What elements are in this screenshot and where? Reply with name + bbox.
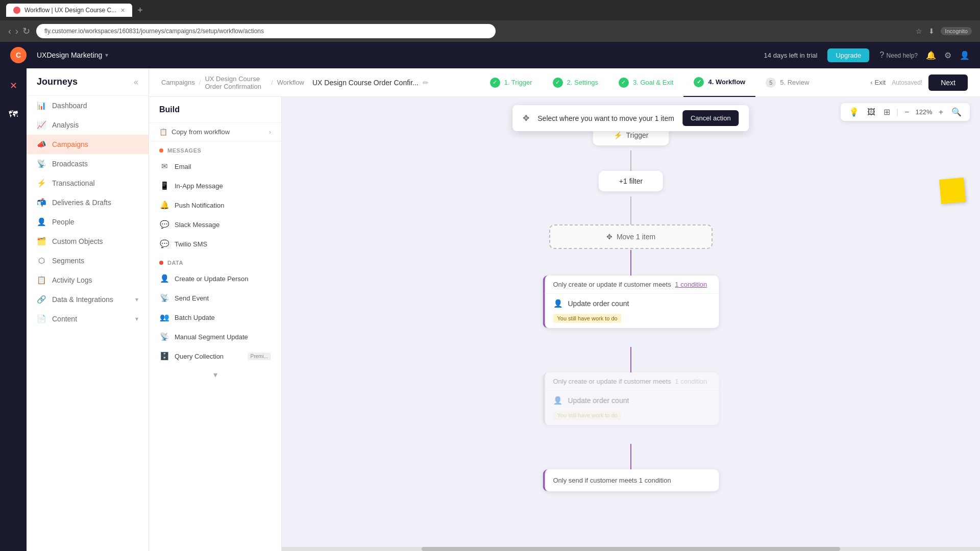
sidebar-item-label: Campaigns xyxy=(52,140,88,148)
bookmark-icon[interactable]: ☆ xyxy=(916,27,922,35)
build-item-query-collection[interactable]: 🗄️ Query Collection Premi... xyxy=(149,346,281,366)
build-item-batch-update[interactable]: 👥 Batch Update xyxy=(149,308,281,327)
sidebar-item-campaigns[interactable]: 📣 Campaigns xyxy=(27,135,149,154)
build-item-create-update[interactable]: 👤 Create or Update Person xyxy=(149,269,281,288)
move-item-node[interactable]: ✥ Move 1 item xyxy=(549,224,713,249)
address-bar: ‹ › ↻ fly.customer.io/workspaces/160831/… xyxy=(0,20,980,42)
close-icon[interactable]: ✕ xyxy=(4,77,22,95)
sidebar-item-people[interactable]: 👤 People xyxy=(27,212,149,232)
build-item-send-event[interactable]: 📡 Send Event xyxy=(149,288,281,308)
active-card-condition-link[interactable]: 1 condition xyxy=(675,281,707,288)
settings-icon[interactable]: ⚙ xyxy=(944,51,951,60)
build-item-manual-segment[interactable]: 📡 Manual Segment Update xyxy=(149,327,281,346)
sidebar-item-custom-objects[interactable]: 🗂️ Custom Objects xyxy=(27,232,149,251)
step-check-trigger: ✓ xyxy=(490,78,500,88)
sidebar-item-broadcasts[interactable]: 📡 Broadcasts xyxy=(27,154,149,173)
workflow-canvas[interactable]: 💡 🖼 ⊞ | − 122% + 🔍 ✥ Select where you wa… xyxy=(282,97,980,551)
sidebar-item-data-integrations[interactable]: 🔗 Data & Integrations ▾ xyxy=(27,290,149,309)
notification-icon[interactable]: 🔔 xyxy=(926,51,936,60)
breadcrumb-campaign-name[interactable]: UX Design Course Order Confirmation xyxy=(205,75,267,90)
browser-chrome: Workflow | UX Design Course C... ✕ + xyxy=(0,0,980,20)
active-card-body: 👤 Update order count xyxy=(545,294,719,313)
journeys-icon[interactable]: 🗺 xyxy=(4,105,22,123)
exit-label: Exit xyxy=(874,79,886,86)
step-review[interactable]: 5 5. Review xyxy=(755,78,819,88)
upgrade-button[interactable]: Upgrade xyxy=(827,48,869,62)
batch-update-icon: 👥 xyxy=(159,312,169,322)
build-item-push[interactable]: 🔔 Push Notification xyxy=(149,195,281,215)
canvas-scrollbar[interactable] xyxy=(282,547,980,551)
breadcrumb: Campaigns / UX Design Course Order Confi… xyxy=(161,75,304,90)
canvas-scrollbar-thumb[interactable] xyxy=(422,547,841,551)
step-settings[interactable]: ✓ 2. Settings xyxy=(543,78,608,88)
build-item-email[interactable]: ✉ Email xyxy=(149,157,281,176)
tab-close-button[interactable]: ✕ xyxy=(120,7,125,14)
connector-line-purple-2 xyxy=(630,347,631,372)
create-update-icon: 👤 xyxy=(159,273,169,284)
trigger-icon: ⚡ xyxy=(614,131,622,139)
next-button[interactable]: Next xyxy=(928,74,968,91)
ghost-card-body: 👤 Update order count xyxy=(545,391,719,410)
copy-workflow-label: Copy from workflow xyxy=(172,128,230,136)
url-input[interactable]: fly.customer.io/workspaces/160831/journe… xyxy=(36,24,496,38)
email-icon: ✉ xyxy=(159,161,169,171)
breadcrumb-sep-2: / xyxy=(271,79,273,86)
stepper-actions: ‹ Exit Autosaved! Next xyxy=(870,74,968,91)
sidebar-item-segments[interactable]: ⬡ Segments xyxy=(27,251,149,270)
ghost-person-icon: 👤 xyxy=(553,396,563,405)
sidebar-item-dashboard[interactable]: 📊 Dashboard xyxy=(27,96,149,115)
header-left: Campaigns / UX Design Course Order Confi… xyxy=(161,75,429,90)
panel-scroll-down[interactable]: ▾ xyxy=(149,366,281,384)
exit-arrow: ‹ xyxy=(870,79,872,86)
transactional-icon: ⚡ xyxy=(37,179,46,188)
bottom-workflow-card[interactable]: Only send if customer meets 1 condition xyxy=(543,469,719,491)
build-item-label: Twilio SMS xyxy=(175,240,207,248)
nav-collapse-button[interactable]: « xyxy=(134,78,138,87)
cancel-action-button[interactable]: Cancel action xyxy=(682,110,739,126)
new-tab-button[interactable]: + xyxy=(134,5,146,16)
sidebar-item-activity-logs[interactable]: 📋 Activity Logs xyxy=(27,270,149,290)
build-item-label: Slack Message xyxy=(175,221,219,229)
autosaved-label: Autosaved! xyxy=(892,79,922,86)
build-item-twilio[interactable]: 💬 Twilio SMS xyxy=(149,234,281,254)
active-card-header-text: Only create or update if customer meets xyxy=(553,281,671,288)
sidebar-item-analysis[interactable]: 📈 Analysis xyxy=(27,115,149,135)
in-app-icon: 📱 xyxy=(159,181,169,191)
breadcrumb-workflow[interactable]: Workflow xyxy=(277,79,304,86)
active-workflow-card[interactable]: Only create or update if customer meets … xyxy=(543,276,719,328)
sidebar-item-content[interactable]: 📄 Content ▾ xyxy=(27,309,149,329)
forward-button[interactable]: › xyxy=(15,26,18,37)
step-goal-exit[interactable]: ✓ 3. Goal & Exit xyxy=(608,78,683,88)
sidebar-item-transactional[interactable]: ⚡ Transactional xyxy=(27,173,149,193)
copy-workflow-item[interactable]: 📋 Copy from workflow › xyxy=(149,123,281,141)
breadcrumb-campaigns[interactable]: Campaigns xyxy=(161,79,195,86)
active-tab[interactable]: Workflow | UX Design Course C... ✕ xyxy=(6,4,132,17)
refresh-button[interactable]: ↻ xyxy=(22,26,30,37)
filter-node[interactable]: +1 filter xyxy=(599,171,663,191)
step-trigger[interactable]: ✓ 1. Trigger xyxy=(480,78,543,88)
build-item-label: Send Event xyxy=(175,294,209,302)
exit-button[interactable]: ‹ Exit xyxy=(870,79,886,86)
avatar-icon[interactable]: 👤 xyxy=(960,51,970,60)
step-workflow[interactable]: ✓ 4. Workflow xyxy=(683,68,755,97)
yellow-sticky-note[interactable] xyxy=(939,178,966,204)
workspace-name[interactable]: UXDesign Marketing ▾ xyxy=(37,51,108,59)
edit-title-icon[interactable]: ✏ xyxy=(423,79,429,87)
step-check-goal: ✓ xyxy=(619,78,629,88)
trigger-label: Trigger xyxy=(626,131,649,139)
breadcrumb-sep-1: / xyxy=(199,79,201,86)
filter-label: +1 filter xyxy=(619,177,643,185)
content-icon: 📄 xyxy=(37,314,46,323)
build-item-in-app[interactable]: 📱 In-App Message xyxy=(149,176,281,195)
build-item-label: In-App Message xyxy=(175,182,223,190)
connector-line-purple-1 xyxy=(630,250,631,276)
messages-label: MESSAGES xyxy=(167,147,201,154)
sidebar-item-label: Activity Logs xyxy=(52,276,92,284)
sidebar-item-deliveries[interactable]: 📬 Deliveries & Drafts xyxy=(27,193,149,212)
download-icon[interactable]: ⬇ xyxy=(928,27,935,35)
step-check-settings: ✓ xyxy=(553,78,563,88)
back-button[interactable]: ‹ xyxy=(8,26,11,37)
build-item-slack[interactable]: 💬 Slack Message xyxy=(149,215,281,234)
help-icon[interactable]: ? Need help? xyxy=(879,51,918,60)
app-logo[interactable]: C xyxy=(10,47,27,63)
